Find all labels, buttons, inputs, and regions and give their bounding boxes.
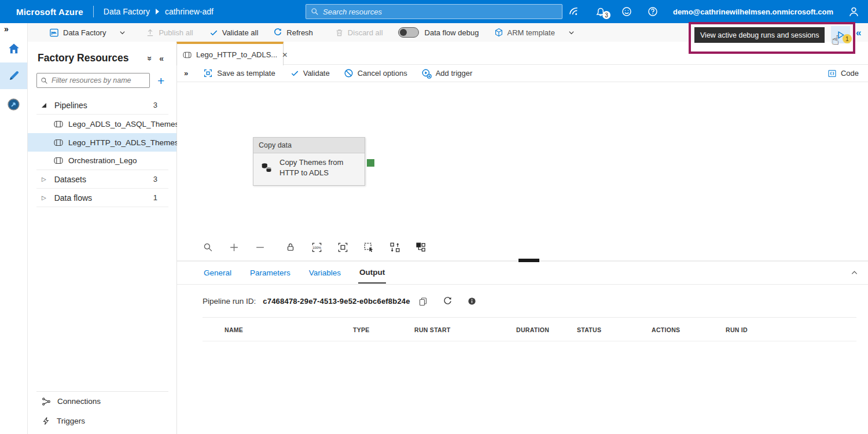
triggers-label: Triggers [57, 417, 85, 425]
authoring-area: Lego_HTTP_to_ADLS... ✕ » Save as templat… [177, 42, 868, 434]
group-count: 3 [153, 101, 157, 109]
nav-monitor[interactable] [0, 94, 27, 115]
collapsed-triangle-icon: ▷ [42, 176, 46, 182]
save-as-template-button[interactable]: Save as template [203, 68, 275, 78]
breadcrumb-resource[interactable]: cathrinew-adf [165, 7, 214, 16]
pencil-edit-icon [8, 69, 20, 82]
tree-item-pipeline[interactable]: Orchestration_Lego [36, 152, 168, 170]
activity-body: Copy Themes from HTTP to ADLS [253, 153, 365, 178]
collapse-bottom-panel-chevron-icon[interactable] [850, 269, 859, 277]
column-name: NAME [225, 326, 243, 333]
pipeline-icon [54, 120, 63, 128]
triggers-item[interactable]: Triggers [36, 411, 168, 431]
cancel-options-button[interactable]: Cancel options [344, 68, 407, 78]
multi-select-icon[interactable] [363, 241, 374, 253]
feedback-smiley-icon[interactable] [621, 6, 632, 17]
zoom-to-fit-icon[interactable] [337, 241, 348, 253]
close-tab-icon[interactable]: ✕ [282, 51, 288, 59]
data-flow-debug-toggle[interactable] [398, 27, 419, 38]
check-icon [209, 28, 218, 37]
validate-all-label: Validate all [222, 28, 259, 37]
account-email[interactable]: demo@cathrinewilhelmsen.onmicrosoft.com [673, 8, 833, 16]
search-box[interactable] [306, 4, 562, 19]
lock-canvas-icon[interactable] [285, 241, 296, 253]
copy-data-activity[interactable]: Copy data Copy Themes from HTTP to ADLS [253, 137, 365, 186]
discard-all-button[interactable]: Discard all [335, 28, 383, 37]
zoom-in-plus-icon[interactable] [228, 241, 240, 253]
collapse-all-icon[interactable]: « [146, 54, 151, 63]
validate-all-button[interactable]: Validate all [209, 28, 259, 37]
expand-activities-chevrons[interactable]: » [184, 69, 188, 78]
copy-run-id-icon[interactable] [418, 297, 428, 306]
azure-brand[interactable]: Microsoft Azure [16, 7, 83, 17]
expand-rail-chevrons[interactable]: » [4, 24, 9, 34]
zoom-100-icon[interactable]: 100% [311, 241, 322, 253]
filter-input[interactable] [52, 76, 146, 84]
topbar-actions: 3 demo@cathrinewilhelmsen.onmicrosoft.co… [568, 0, 860, 23]
nav-home[interactable] [0, 38, 27, 59]
filter-row: + [36, 73, 176, 88]
tab-title: Lego_HTTP_to_ADLS... [196, 50, 277, 59]
auto-align-icon[interactable] [389, 241, 400, 253]
pipeline-run-row: Pipeline run ID: c7468478-29e7-4513-9e52… [203, 296, 476, 306]
tree-item-pipeline-selected[interactable]: Lego_HTTP_to_ADLS_Themes [28, 133, 176, 152]
runs-table-header: NAME TYPE RUN START DURATION STATUS ACTI… [203, 317, 856, 341]
code-button[interactable]: Code [827, 69, 859, 78]
connections-item[interactable]: Connections [36, 391, 168, 411]
tab-variables[interactable]: Variables [308, 263, 342, 283]
tab-parameters[interactable]: Parameters [249, 263, 292, 283]
nav-author[interactable] [0, 62, 27, 89]
help-icon[interactable] [647, 6, 659, 17]
lightning-trigger-icon [42, 417, 50, 425]
activity-output-connector[interactable] [367, 159, 374, 167]
search-input[interactable] [323, 8, 557, 16]
collapse-panel-icon[interactable]: « [159, 54, 164, 63]
tab-output[interactable]: Output [358, 262, 386, 284]
tree-group-pipelines[interactable]: Pipelines 3 [36, 96, 168, 115]
group-label: Pipelines [54, 101, 87, 110]
canvas-search-icon[interactable] [202, 241, 214, 253]
home-icon [8, 42, 20, 55]
breadcrumb-app[interactable]: Data Factory [104, 7, 150, 16]
refresh-run-icon[interactable] [443, 296, 453, 306]
signal-icon[interactable] [568, 5, 580, 18]
tree-group-datasets[interactable]: ▷ Datasets 3 [36, 170, 168, 189]
add-resource-plus-icon[interactable]: + [157, 75, 164, 87]
add-trigger-button[interactable]: Add trigger [421, 68, 473, 79]
breadcrumb-chevron-icon [156, 9, 159, 14]
save-as-template-label: Save as template [217, 69, 275, 78]
collapse-panel-chevrons[interactable]: « [856, 27, 861, 39]
panel-title: Factory Resources [38, 52, 138, 64]
filter-box[interactable] [36, 73, 150, 88]
tab-general[interactable]: General [203, 263, 233, 283]
pipeline-tab[interactable]: Lego_HTTP_to_ADLS... ✕ [176, 42, 284, 65]
chevron-down-icon [119, 29, 126, 36]
arm-template-label: ARM template [507, 28, 555, 37]
column-run-id: RUN ID [726, 326, 748, 333]
refresh-button[interactable]: Refresh [273, 28, 313, 37]
group-label: Datasets [54, 175, 86, 184]
tree-item-pipeline[interactable]: Lego_ADLS_to_ASQL_Themes [36, 115, 168, 133]
pipeline-icon [54, 139, 63, 146]
publish-all-button[interactable]: Publish all [146, 28, 193, 37]
account-person-icon[interactable] [848, 6, 860, 18]
search-icon [41, 77, 48, 84]
cancel-options-label: Cancel options [358, 69, 407, 78]
topbar-divider [93, 6, 94, 17]
column-status: STATUS [577, 326, 601, 333]
factory-selector[interactable]: Data Factory [49, 28, 126, 38]
minimap-icon[interactable] [415, 241, 426, 253]
factory-resources-header: Factory Resources « « [28, 42, 176, 64]
tree-group-dataflows[interactable]: ▷ Data flows 1 [36, 189, 168, 207]
arm-template-button[interactable]: ARM template [494, 28, 575, 37]
zoom-out-minus-icon[interactable] [254, 241, 266, 253]
validate-label: Validate [303, 69, 330, 78]
search-icon [311, 8, 319, 16]
sidebar-footer: Connections Triggers [28, 391, 176, 434]
azure-top-bar: Microsoft Azure Data Factory cathrinew-a… [0, 0, 868, 23]
pipeline-name: Lego_HTTP_to_ADLS_Themes [68, 138, 179, 147]
validate-button[interactable]: Validate [290, 69, 330, 78]
info-icon[interactable] [468, 297, 476, 306]
notifications-bell-icon[interactable]: 3 [595, 6, 606, 17]
pipeline-canvas[interactable]: Copy data Copy Themes from HTTP to ADLS [177, 82, 868, 260]
